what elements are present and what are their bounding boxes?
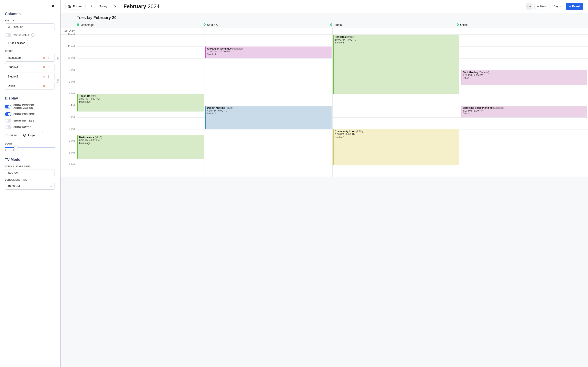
scroll-end-select[interactable]: 10:00 PM ⌄	[5, 183, 55, 190]
allday-cell[interactable]	[332, 28, 460, 34]
order-item[interactable]: Office ⊗ ⋮⋮	[5, 82, 55, 90]
event-time: 4:00 PM - 5:00 PM	[463, 109, 586, 112]
remove-icon[interactable]: ⊗	[43, 84, 45, 87]
calendar-event[interactable]: Marketing Video Planning (General) 4:00 …	[461, 106, 587, 117]
scroll-start-label: SCROLL START TIME	[5, 165, 55, 167]
drag-handle-icon[interactable]: ⋮⋮	[47, 66, 52, 69]
column-header: Office	[457, 22, 583, 28]
grid-column[interactable]: Rehearsal (MND) 10:00 AM - 3:00 PM Studi…	[332, 35, 460, 176]
column-name: Mainstage	[80, 23, 94, 26]
order-item-label: Studio B	[8, 75, 18, 78]
event-title: Design Meeting	[207, 106, 225, 109]
grid-column[interactable]: Alexander Technique (General) 11:00 AM -…	[205, 35, 332, 176]
view-select[interactable]: Day ⌄	[552, 3, 564, 9]
color-by-select[interactable]: Project ⌄	[20, 132, 43, 139]
plus-icon: +	[569, 5, 571, 8]
event-title: Staff Meeting	[463, 71, 478, 74]
chevron-down-icon: ⌄	[50, 185, 52, 188]
grid-column[interactable]: Touch Up (MND) 3:00 PM - 4:30 PM Mainsta…	[77, 35, 205, 176]
grid-column[interactable]: Staff Meeting (General) 1:00 PM - 2:15 P…	[460, 35, 588, 176]
remove-icon[interactable]: ⊗	[43, 75, 45, 78]
column-header: Studio B	[330, 22, 457, 28]
display-toggle[interactable]	[5, 125, 11, 129]
chevron-down-icon: ⌄	[50, 171, 52, 174]
column-header: Studio A	[203, 22, 330, 28]
event-time: 3:00 PM - 4:30 PM	[79, 98, 203, 100]
time-label: 2 PM	[61, 80, 77, 92]
event-project: (MND)	[95, 136, 102, 139]
drag-handle-icon[interactable]: ⋮⋮	[47, 56, 52, 59]
scroll-start-select[interactable]: 8:00 AM ⌄	[5, 169, 55, 176]
order-item[interactable]: Mainstage ⊗ ⋮⋮	[5, 54, 55, 62]
time-label: 9 PM	[61, 163, 77, 175]
event-title: Community Choir	[335, 130, 355, 133]
view-label: Day	[553, 5, 559, 8]
display-toggle[interactable]	[5, 119, 11, 123]
event-project: (General)	[232, 47, 243, 50]
grid-icon	[68, 5, 71, 8]
display-toggle[interactable]	[5, 112, 11, 116]
tvmode-heading: TV Mode	[5, 158, 55, 162]
today-button[interactable]: Today	[98, 3, 109, 9]
day-title: Tuesday February 20	[77, 15, 583, 20]
event-location: Studio B	[335, 136, 458, 139]
display-toggle[interactable]	[5, 105, 11, 108]
column-name: Office	[460, 23, 467, 26]
order-label: ORDER	[5, 50, 55, 52]
allday-cell[interactable]	[77, 28, 205, 34]
scroll-end-label: SCROLL END TIME	[5, 179, 55, 181]
main-area: Format Today February 2024 ••• + Filters…	[61, 0, 588, 367]
order-item[interactable]: Studio A ⊗ ⋮⋮	[5, 63, 55, 71]
month-title: February 2024	[123, 3, 159, 9]
filters-button[interactable]: + Filters	[535, 3, 549, 10]
time-label: 12 PM	[61, 57, 77, 68]
order-item-label: Office	[8, 84, 15, 87]
calendar-event[interactable]: Design Meeting (TEM) 4:00 PM - 6:00 PM S…	[205, 106, 332, 129]
svg-rect-3	[69, 7, 70, 8]
next-button[interactable]	[112, 3, 118, 9]
new-event-button[interactable]: + Event	[566, 3, 583, 10]
calendar-event[interactable]: Performance (MND) 6:30 PM - 8:30 PM Main…	[77, 135, 204, 159]
left-indicator: ↑LEFT	[57, 54, 59, 63]
time-label: 3 PM	[61, 92, 77, 104]
remove-icon[interactable]: ⊗	[43, 56, 45, 59]
order-list: ↑LEFT RIGHT↓ Mainstage ⊗ ⋮⋮ Studio A ⊗ ⋮…	[5, 54, 55, 90]
svg-rect-4	[70, 7, 71, 8]
layers-icon	[23, 134, 26, 137]
event-project: (REN)	[356, 130, 363, 133]
color-by-label: COLOR BY	[5, 134, 17, 137]
drag-handle-icon[interactable]: ⋮⋮	[47, 84, 52, 87]
event-location: Office	[463, 112, 586, 115]
format-button[interactable]: Format	[65, 3, 86, 10]
event-project: (General)	[479, 71, 489, 74]
info-icon[interactable]: i	[31, 33, 35, 37]
event-location: Mainstage	[79, 142, 203, 145]
event-time: 10:00 AM - 3:00 PM	[335, 38, 458, 41]
time-label: 10 AM	[61, 33, 77, 45]
more-button[interactable]: •••	[526, 3, 532, 9]
calendar-event[interactable]: Community Choir (REN) 6:00 PM - 9:00 PM …	[333, 129, 459, 165]
allday-cell[interactable]	[205, 28, 332, 34]
order-item[interactable]: Studio B ⊗ ⋮⋮	[5, 73, 55, 80]
allday-cell[interactable]	[460, 28, 588, 34]
calendar-event[interactable]: Alexander Technique (General) 11:00 AM -…	[205, 47, 332, 58]
zoom-slider[interactable]	[5, 147, 55, 148]
scroll-start-value: 8:00 AM	[8, 171, 18, 174]
event-title: Touch Up	[79, 95, 90, 98]
calendar-event[interactable]: Rehearsal (MND) 10:00 AM - 3:00 PM Studi…	[333, 35, 459, 94]
prev-button[interactable]	[88, 3, 95, 9]
topbar: Format Today February 2024 ••• + Filters…	[61, 0, 588, 13]
split-by-select[interactable]: Location ⌄	[5, 24, 55, 30]
calendar-event[interactable]: Staff Meeting (General) 1:00 PM - 2:15 P…	[461, 70, 587, 85]
add-location-button[interactable]: + Add Location	[5, 40, 28, 46]
event-location: Office	[463, 77, 586, 80]
drag-handle-icon[interactable]: ⋮⋮	[47, 75, 52, 78]
close-icon[interactable]: ✕	[51, 4, 55, 9]
display-toggle-label: SHOW END TIME	[13, 113, 35, 116]
remove-icon[interactable]: ⊗	[43, 66, 45, 69]
calendar-event[interactable]: Touch Up (MND) 3:00 PM - 4:30 PM Mainsta…	[77, 94, 204, 111]
split-by-value: Location	[12, 25, 23, 29]
auto-split-toggle[interactable]	[5, 33, 11, 37]
pin-icon	[330, 24, 332, 26]
calendar: Tuesday February 20 MainstageStudio AStu…	[61, 13, 588, 367]
